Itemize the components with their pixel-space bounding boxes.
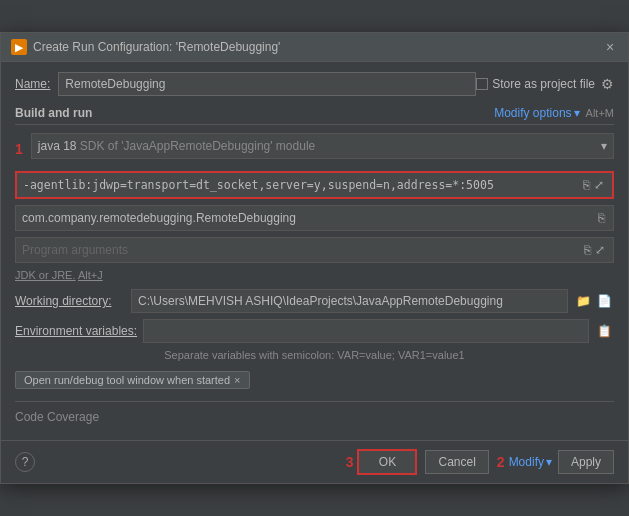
expand-agent-button[interactable]: ⤢ <box>592 178 606 192</box>
row-number-2: 2 <box>497 454 505 470</box>
jdk-shortcut: Alt+J <box>78 269 103 281</box>
jdk-hint: JDK or JRE. Alt+J <box>15 269 614 281</box>
close-button[interactable]: × <box>602 39 618 55</box>
section-header: Build and run Modify options ▾ Alt+M <box>15 106 614 125</box>
tag-row: Open run/debug tool window when started … <box>15 371 614 389</box>
agent-command-row: -agentlib:jdwp=transport=dt_socket,serve… <box>15 171 614 199</box>
row-number-1: 1 <box>15 141 23 157</box>
modify-dropdown-link[interactable]: Modify ▾ <box>509 455 552 469</box>
code-coverage-section: Code Coverage <box>15 410 614 424</box>
env-vars-label: Environment variables: <box>15 324 137 338</box>
help-button[interactable]: ? <box>15 452 35 472</box>
sdk-text: java 18 SDK of 'JavaAppRemoteDebugging' … <box>38 139 601 153</box>
run-config-dialog: ▶ Create Run Configuration: 'RemoteDebug… <box>0 32 629 484</box>
tag-close-button[interactable]: × <box>234 374 240 386</box>
build-run-section: Build and run Modify options ▾ Alt+M 1 j… <box>15 106 614 389</box>
store-checkbox[interactable] <box>476 78 488 90</box>
copy-args-button[interactable]: ⎘ <box>582 243 593 257</box>
agent-command-text: -agentlib:jdwp=transport=dt_socket,serve… <box>23 178 581 192</box>
gear-icon[interactable]: ⚙ <box>601 76 614 92</box>
tag-label: Open run/debug tool window when started <box>24 374 230 386</box>
dialog-footer: ? 3 OK Cancel 2 Modify ▾ Apply <box>1 440 628 483</box>
working-dir-label: Working directory: <box>15 294 125 308</box>
prog-args-placeholder: Program arguments <box>22 243 582 257</box>
env-vars-icons: 📋 <box>595 324 614 338</box>
modify-options-link[interactable]: Modify options ▾ Alt+M <box>494 106 614 120</box>
expand-args-button[interactable]: ⤢ <box>593 243 607 257</box>
name-left: Name: <box>15 72 476 96</box>
divider <box>15 401 614 402</box>
folder-icon[interactable]: 📁 <box>574 294 593 308</box>
modify-options-label: Modify options <box>494 106 571 120</box>
app-icon: ▶ <box>11 39 27 55</box>
env-vars-input[interactable] <box>143 319 589 343</box>
cancel-button[interactable]: Cancel <box>425 450 488 474</box>
main-class-row: com.company.remotedebugging.RemoteDebugg… <box>15 205 614 231</box>
section-title: Build and run <box>15 106 92 120</box>
row-number-3: 3 <box>346 454 354 470</box>
working-dir-input[interactable] <box>131 289 568 313</box>
sdk-selector[interactable]: java 18 SDK of 'JavaAppRemoteDebugging' … <box>31 133 614 159</box>
copy-class-button[interactable]: ⎘ <box>596 211 607 225</box>
title-bar: ▶ Create Run Configuration: 'RemoteDebug… <box>1 33 628 62</box>
apply-button[interactable]: Apply <box>558 450 614 474</box>
footer-left: ? <box>15 452 35 472</box>
separator-text: Separate variables with semicolon: VAR=v… <box>15 349 614 361</box>
footer-right: 3 OK Cancel 2 Modify ▾ Apply <box>346 449 614 475</box>
run-debug-tag: Open run/debug tool window when started … <box>15 371 250 389</box>
name-label: Name: <box>15 77 50 91</box>
name-store-row: Name: Store as project file ⚙ <box>15 72 614 96</box>
sdk-dropdown-arrow: ▾ <box>601 139 607 153</box>
store-label: Store as project file <box>492 77 595 91</box>
main-class-text: com.company.remotedebugging.RemoteDebugg… <box>22 211 596 225</box>
modify-options-shortcut: Alt+M <box>586 107 614 119</box>
store-right: Store as project file ⚙ <box>476 76 614 92</box>
dialog-title: Create Run Configuration: 'RemoteDebuggi… <box>33 40 280 54</box>
program-args-row: Program arguments ⎘ ⤢ <box>15 237 614 263</box>
file-icon[interactable]: 📄 <box>595 294 614 308</box>
copy-agent-button[interactable]: ⎘ <box>581 178 592 192</box>
env-vars-row: Environment variables: 📋 <box>15 319 614 343</box>
modify-options-chevron: ▾ <box>574 106 580 120</box>
working-dir-icons: 📁 📄 <box>574 294 614 308</box>
env-icon[interactable]: 📋 <box>595 324 614 338</box>
modify-label: Modify <box>509 455 544 469</box>
title-bar-left: ▶ Create Run Configuration: 'RemoteDebug… <box>11 39 280 55</box>
modify-chevron: ▾ <box>546 455 552 469</box>
ok-button[interactable]: OK <box>357 449 417 475</box>
dialog-content: Name: Store as project file ⚙ Build and … <box>1 62 628 440</box>
working-dir-row: Working directory: 📁 📄 <box>15 289 614 313</box>
name-input[interactable] <box>58 72 476 96</box>
